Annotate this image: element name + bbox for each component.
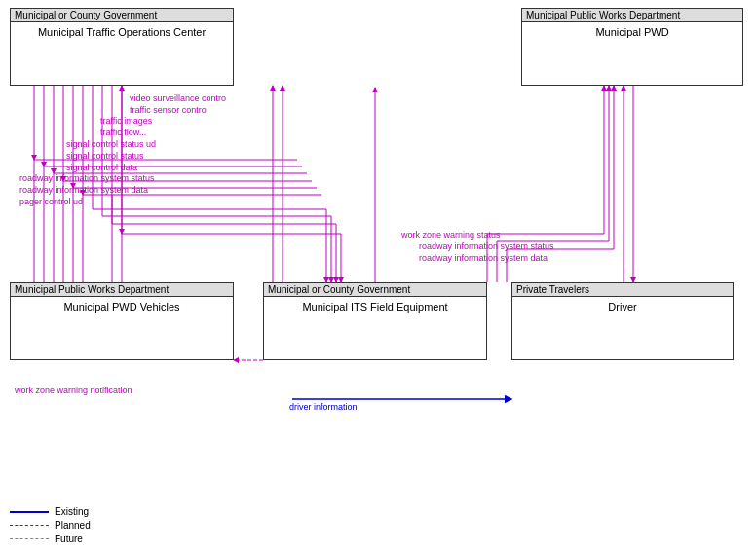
legend: Existing Planned Future xyxy=(10,506,91,547)
label-work-zone-notification: work zone warning notification xyxy=(15,386,132,395)
its-field-node: Municipal or County Government Municipal… xyxy=(263,282,487,360)
pwd-vehicles-header: Municipal Public Works Department xyxy=(11,283,233,297)
legend-existing: Existing xyxy=(10,506,91,517)
legend-planned-line xyxy=(10,525,49,527)
legend-future-line xyxy=(10,538,49,539)
traffic-ops-header: Municipal or County Government xyxy=(11,9,233,22)
its-field-body: Municipal ITS Field Equipment xyxy=(264,297,486,316)
pwd-vehicles-body: Municipal PWD Vehicles xyxy=(11,297,233,316)
label-traffic-flow: traffic flow... xyxy=(100,128,146,137)
legend-planned: Planned xyxy=(10,520,91,531)
label-driver-information: driver information xyxy=(289,402,358,412)
traffic-ops-node: Municipal or County Government Municipal… xyxy=(10,8,234,86)
legend-planned-label: Planned xyxy=(55,520,91,531)
legend-future-label: Future xyxy=(55,534,83,544)
label-pager-control: pager control ud xyxy=(19,197,83,206)
label-roadway-info-status2: roadway information system status xyxy=(419,241,554,251)
label-signal-control-data: signal control data xyxy=(66,163,137,172)
municipal-pwd-header: Municipal Public Works Department xyxy=(522,9,742,22)
municipal-pwd-node: Municipal Public Works Department Munici… xyxy=(521,8,743,86)
driver-body: Driver xyxy=(512,297,733,316)
traffic-ops-body: Municipal Traffic Operations Center xyxy=(11,22,233,42)
label-video-surveillance: video surveillance contro xyxy=(130,93,226,103)
label-roadway-info-status: roadway information system status xyxy=(19,173,155,183)
municipal-pwd-body: Municipal PWD xyxy=(522,22,742,42)
legend-existing-label: Existing xyxy=(55,506,89,517)
driver-node: Private Travelers Driver xyxy=(511,282,734,360)
label-signal-control-status: signal control status xyxy=(66,151,144,161)
legend-existing-line xyxy=(10,511,49,513)
label-signal-control-status-ud: signal control status ud xyxy=(66,139,156,149)
label-roadway-info-data: roadway information system data xyxy=(19,185,148,195)
legend-future: Future xyxy=(10,534,91,544)
diagram-container: Municipal or County Government Municipal… xyxy=(0,0,756,555)
label-roadway-info-data2: roadway information system data xyxy=(419,253,548,263)
label-traffic-images: traffic images xyxy=(100,116,152,126)
label-traffic-sensor: traffic sensor contro xyxy=(130,105,207,115)
label-work-zone-warning-status: work zone warning status xyxy=(401,230,501,240)
pwd-vehicles-node: Municipal Public Works Department Munici… xyxy=(10,282,234,360)
its-field-header: Municipal or County Government xyxy=(264,283,486,297)
driver-header: Private Travelers xyxy=(512,283,733,297)
